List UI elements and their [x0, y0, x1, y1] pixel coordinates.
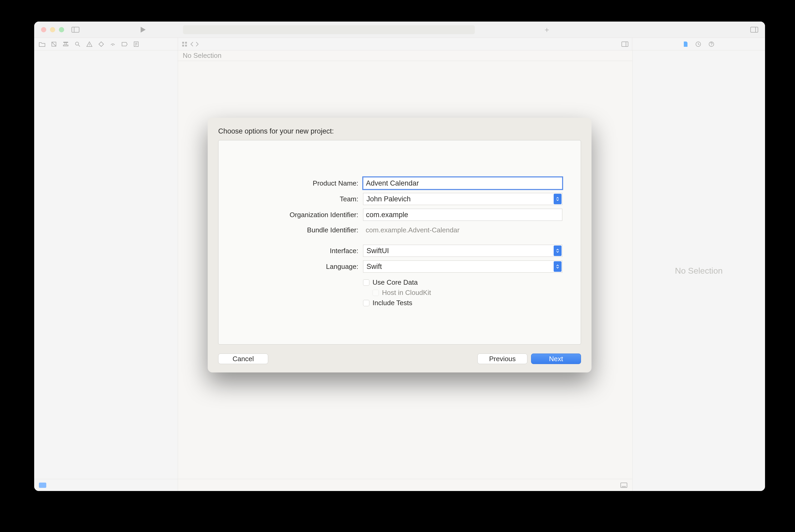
editor-layout-icon[interactable] [622, 41, 628, 47]
interface-label: Interface: [237, 247, 363, 255]
host-cloudkit-checkbox [373, 290, 379, 296]
include-tests-label: Include Tests [373, 299, 412, 307]
run-icon[interactable] [140, 26, 146, 33]
svg-line-11 [78, 45, 80, 46]
file-inspector-icon[interactable] [683, 41, 688, 47]
history-inspector-icon[interactable] [695, 41, 701, 47]
filter-indicator-icon[interactable] [39, 482, 46, 488]
cancel-button[interactable]: Cancel [218, 354, 268, 364]
use-core-data-checkbox[interactable] [363, 280, 370, 286]
inspector-pane: No Selection [632, 51, 765, 491]
history-nav [190, 41, 199, 47]
interface-popup[interactable]: SwiftUI [363, 245, 562, 257]
navigator-selector [34, 38, 178, 50]
svg-rect-22 [185, 45, 187, 46]
language-value: Swift [366, 263, 382, 271]
inspector-placeholder: No Selection [675, 266, 722, 276]
team-value: John Palevich [366, 195, 411, 203]
svg-point-13 [89, 45, 90, 46]
svg-point-27 [711, 45, 712, 46]
report-navigator-icon[interactable] [134, 41, 139, 47]
svg-rect-20 [185, 42, 187, 44]
bundle-id-value: com.example.Advent-Calendar [363, 225, 562, 236]
svg-point-14 [112, 45, 113, 46]
svg-rect-23 [622, 42, 628, 46]
svg-rect-2 [751, 27, 758, 32]
team-popup[interactable]: John Palevich [363, 193, 562, 205]
titlebar: ＋ [34, 22, 765, 38]
breadcrumb: No Selection [178, 51, 632, 61]
org-id-label: Organization Identifier: [237, 211, 363, 219]
svg-rect-21 [182, 45, 184, 46]
debug-navigator-icon[interactable] [110, 41, 116, 47]
popup-stepper-icon [554, 194, 562, 204]
org-id-input[interactable] [363, 209, 562, 221]
svg-rect-7 [63, 45, 68, 46]
sheet-buttons: Cancel Previous Next [218, 354, 581, 364]
navigator-footer [34, 479, 178, 491]
inspector-selector [632, 38, 765, 50]
close-window-button[interactable] [41, 27, 46, 32]
toggle-sidebar-icon[interactable] [72, 27, 79, 33]
product-name-label: Product Name: [237, 179, 363, 187]
source-control-navigator-icon[interactable] [51, 41, 57, 47]
navigator-pane [34, 51, 178, 491]
editor-jump-bar [178, 38, 632, 50]
navigator-toolbar [34, 38, 765, 51]
test-navigator-icon[interactable] [98, 41, 104, 47]
product-name-input[interactable] [363, 177, 562, 189]
forward-icon[interactable] [195, 41, 199, 47]
language-label: Language: [237, 263, 363, 271]
include-tests-checkbox[interactable] [363, 300, 370, 306]
host-cloudkit-label: Host in CloudKit [382, 289, 431, 297]
window-traffic-lights [34, 27, 64, 32]
new-project-sheet: Choose options for your new project: Pro… [208, 118, 591, 373]
svg-rect-29 [622, 486, 626, 487]
activity-bar[interactable] [183, 25, 475, 34]
svg-rect-6 [63, 42, 68, 43]
language-popup[interactable]: Swift [363, 261, 562, 272]
popup-stepper-icon [554, 261, 562, 272]
previous-button[interactable]: Previous [477, 354, 527, 364]
xcode-window: ＋ [34, 22, 765, 491]
breakpoint-navigator-icon[interactable] [121, 42, 128, 46]
editor-footer [178, 479, 632, 491]
back-icon[interactable] [190, 41, 194, 47]
issue-navigator-icon[interactable] [86, 41, 93, 47]
svg-rect-19 [182, 42, 184, 44]
interface-value: SwiftUI [366, 247, 389, 255]
find-navigator-icon[interactable] [75, 41, 80, 47]
add-target-icon[interactable]: ＋ [543, 26, 550, 33]
symbol-navigator-icon[interactable] [62, 41, 69, 47]
svg-line-5 [52, 42, 56, 46]
bundle-id-label: Bundle Identifier: [237, 226, 363, 234]
sheet-form: Product Name: Team: John Palevich [218, 140, 581, 345]
team-label: Team: [237, 195, 363, 203]
popup-stepper-icon [554, 246, 562, 256]
svg-point-10 [75, 42, 79, 45]
toggle-right-panel-icon[interactable] [750, 27, 758, 33]
minimize-window-button[interactable] [50, 27, 55, 32]
project-navigator-icon[interactable] [39, 41, 45, 47]
svg-rect-0 [72, 27, 79, 32]
use-core-data-label: Use Core Data [373, 278, 418, 286]
canvas-icon[interactable] [620, 482, 627, 488]
related-items-icon[interactable] [182, 41, 187, 47]
sheet-title: Choose options for your new project: [218, 127, 581, 135]
next-button[interactable]: Next [531, 354, 581, 364]
zoom-window-button[interactable] [59, 27, 64, 32]
help-inspector-icon[interactable] [708, 41, 715, 47]
